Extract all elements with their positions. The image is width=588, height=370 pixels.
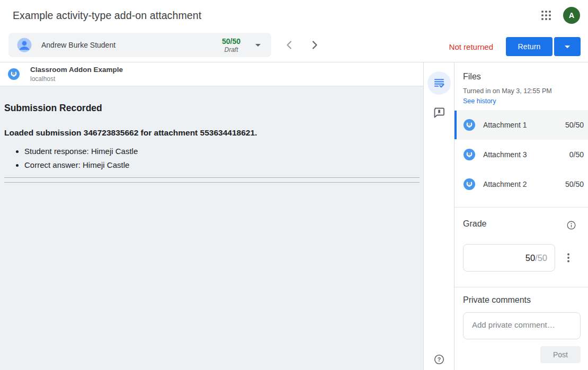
addon-name: Classroom Addon Example — [30, 66, 123, 74]
selected-indicator — [455, 111, 457, 139]
attachment-score: 0/50 — [569, 150, 584, 159]
top-bar: Example activity-type add-on attachment … — [0, 0, 588, 31]
addon-app-icon — [7, 68, 20, 80]
addon-iframe-content: Submission Recorded Loaded submission 34… — [0, 103, 423, 183]
grade-value: 50 — [525, 253, 535, 263]
private-comments-heading: Private comments — [463, 295, 531, 305]
page-title: Example activity-type add-on attachment — [13, 0, 201, 31]
correct-answer: Correct answer: Himeji Castle — [24, 160, 420, 169]
return-status: Not returned — [449, 31, 493, 62]
grade-more-menu[interactable] — [562, 251, 575, 264]
score-value: 50/50 — [222, 38, 240, 45]
attachment-label: Attachment 3 — [483, 150, 569, 159]
student-score: 50/50 Draft — [222, 38, 240, 53]
addon-header: Classroom Addon Example localhost — [0, 62, 423, 86]
attachment-list: Attachment 1 50/50 Attachment 3 0/50 — [455, 110, 588, 199]
attachment-score: 50/50 — [565, 121, 584, 129]
attachment-row[interactable]: Attachment 2 50/50 — [455, 169, 588, 199]
attachment-row[interactable]: Attachment 3 0/50 — [455, 140, 588, 169]
attachment-score: 50/50 — [565, 180, 584, 188]
grading-tab-button[interactable] — [427, 71, 451, 95]
student-response: Student response: Himeji Castle — [24, 147, 420, 156]
side-rail: ? — [424, 62, 455, 370]
submission-content: Classroom Addon Example localhost Submis… — [0, 62, 424, 370]
see-history-link[interactable]: See history — [463, 97, 496, 105]
attachment-row[interactable]: Attachment 1 50/50 — [455, 110, 588, 140]
chevron-down-icon[interactable] — [255, 44, 261, 47]
student-name: Andrew Burke Student — [41, 41, 115, 49]
grading-icon — [433, 77, 446, 89]
previous-student-button[interactable] — [283, 39, 296, 51]
apps-grid-icon[interactable] — [540, 9, 553, 22]
classroom-student-work-page: Example activity-type add-on attachment … — [0, 0, 588, 370]
info-icon[interactable] — [566, 220, 576, 230]
private-comment-input[interactable] — [463, 312, 581, 339]
comment-bank-icon — [433, 106, 446, 119]
attachment-label: Attachment 1 — [483, 121, 565, 129]
return-dropdown-button[interactable] — [554, 37, 581, 56]
post-button[interactable]: Post — [540, 346, 581, 363]
svg-text:?: ? — [438, 356, 441, 363]
return-button[interactable]: Return — [506, 37, 553, 56]
attachment-label: Attachment 2 — [483, 180, 565, 188]
divider — [455, 287, 588, 287]
grade-heading: Grade — [463, 219, 486, 229]
turned-in-status: Turned in on May 3, 12:55 PM — [463, 87, 552, 95]
submission-details: Student response: Himeji Castle Correct … — [4, 147, 420, 169]
divider — [4, 182, 420, 183]
chevron-down-icon — [565, 46, 570, 48]
student-selector[interactable]: Andrew Burke Student 50/50 Draft — [8, 33, 271, 57]
grade-out-of: /50 — [535, 253, 547, 263]
student-avatar — [17, 38, 32, 52]
addon-host: localhost — [30, 76, 123, 82]
more-vert-icon — [562, 251, 575, 264]
help-button[interactable]: ? — [433, 354, 445, 365]
submission-heading: Submission Recorded — [4, 103, 420, 114]
submission-lead: Loaded submission 346723835662 for attac… — [4, 128, 420, 138]
attachment-icon — [463, 178, 476, 191]
account-initial: A — [569, 11, 574, 20]
grading-panel: Files Turned in on May 3, 12:55 PM See h… — [455, 62, 588, 370]
attachment-icon — [463, 148, 476, 161]
account-avatar[interactable]: A — [563, 7, 580, 24]
files-heading: Files — [463, 72, 481, 82]
score-state: Draft — [222, 47, 240, 53]
attachment-icon — [463, 119, 476, 131]
next-student-button[interactable] — [308, 39, 321, 51]
grading-toolbar: Andrew Burke Student 50/50 Draft Not ret… — [0, 31, 588, 62]
comment-bank-button[interactable] — [433, 106, 446, 119]
grade-input[interactable]: 50/50 — [463, 244, 555, 272]
help-icon: ? — [433, 354, 445, 365]
divider — [455, 207, 588, 207]
main-area: Classroom Addon Example localhost Submis… — [0, 62, 588, 370]
divider — [4, 177, 420, 178]
